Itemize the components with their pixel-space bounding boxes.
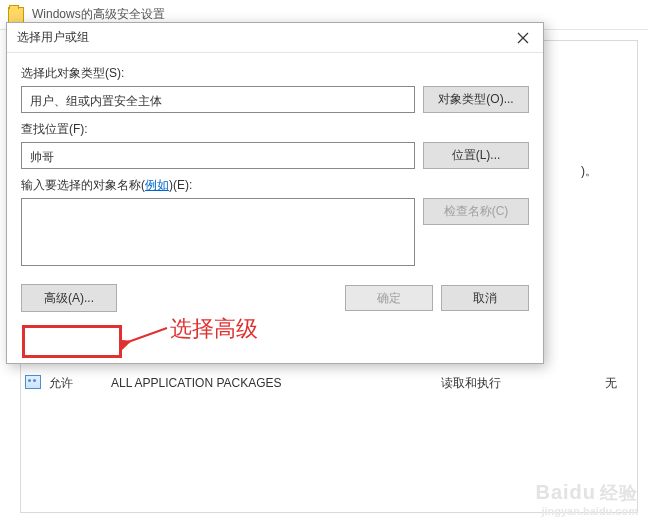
access-type-cell: 允许	[49, 375, 111, 392]
dialog-body: 选择此对象类型(S): 用户、组或内置安全主体 对象类型(O)... 查找位置(…	[7, 53, 543, 284]
principal-icon	[21, 375, 49, 392]
dialog-footer: 高级(A)... 确定 取消	[7, 284, 543, 326]
object-names-input[interactable]	[21, 198, 415, 266]
close-icon	[517, 32, 529, 44]
parent-title: Windows的高级安全设置	[32, 6, 165, 23]
object-types-button[interactable]: 对象类型(O)...	[423, 86, 529, 113]
permission-cell: 读取和执行	[441, 375, 561, 392]
select-user-group-dialog: 选择用户或组 选择此对象类型(S): 用户、组或内置安全主体 对象类型(O)..…	[6, 22, 544, 364]
advanced-button[interactable]: 高级(A)...	[21, 284, 117, 312]
location-field: 帅哥	[21, 142, 415, 169]
ok-button[interactable]: 确定	[345, 285, 433, 311]
object-names-group: 输入要选择的对象名称(例如)(E): 检查名称(C)	[21, 177, 529, 266]
table-row[interactable]: 允许 ALL APPLICATION PACKAGES 读取和执行 无	[21, 373, 637, 393]
locations-button[interactable]: 位置(L)...	[423, 142, 529, 169]
dialog-titlebar[interactable]: 选择用户或组	[7, 23, 543, 53]
object-type-group: 选择此对象类型(S): 用户、组或内置安全主体 对象类型(O)...	[21, 65, 529, 113]
folder-icon	[8, 7, 24, 23]
object-type-field: 用户、组或内置安全主体	[21, 86, 415, 113]
object-names-label: 输入要选择的对象名称(例如)(E):	[21, 177, 529, 194]
principal-cell: ALL APPLICATION PACKAGES	[111, 376, 441, 390]
example-link[interactable]: 例如	[145, 178, 169, 192]
watermark: Baidu经验 jingyan.baidu.com	[535, 481, 638, 517]
cancel-button[interactable]: 取消	[441, 285, 529, 311]
location-group: 查找位置(F): 帅哥 位置(L)...	[21, 121, 529, 169]
object-type-label: 选择此对象类型(S):	[21, 65, 529, 82]
location-label: 查找位置(F):	[21, 121, 529, 138]
inherit-cell: 无	[561, 375, 637, 392]
dialog-title: 选择用户或组	[17, 29, 89, 46]
check-names-button[interactable]: 检查名称(C)	[423, 198, 529, 225]
close-button[interactable]	[513, 28, 533, 48]
bg-text-fragment: )。	[581, 163, 597, 180]
